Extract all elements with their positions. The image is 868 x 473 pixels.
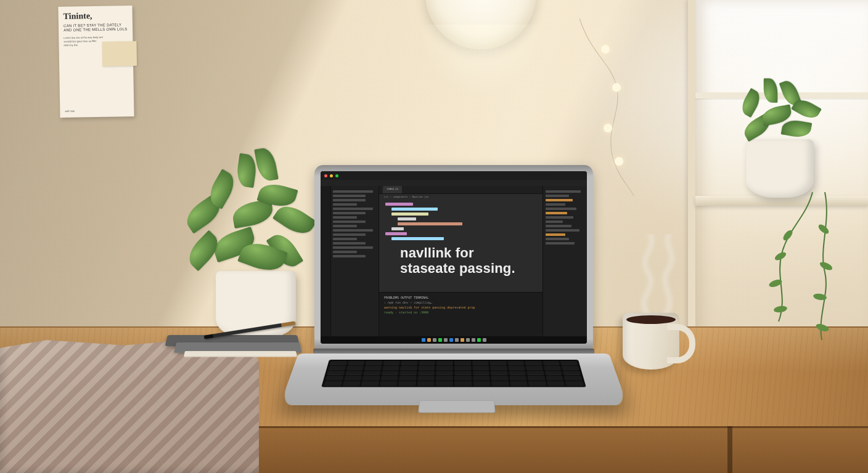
overlay-line-1: navllink for xyxy=(400,245,474,261)
desk-seam xyxy=(727,426,732,473)
taskbar-app-icon[interactable] xyxy=(466,338,470,342)
close-icon[interactable] xyxy=(324,174,327,177)
svg-point-0 xyxy=(601,45,610,54)
taskbar-app-icon[interactable] xyxy=(455,338,459,342)
taskbar-app-icon[interactable] xyxy=(483,338,486,342)
svg-point-2 xyxy=(604,124,612,132)
code-area[interactable] xyxy=(385,201,539,242)
file-explorer[interactable] xyxy=(331,186,379,336)
svg-point-3 xyxy=(615,157,623,166)
terminal-line: › npm run dev — compiling… xyxy=(384,300,538,305)
laptop-keyboard[interactable] xyxy=(321,360,586,387)
taskbar-app-icon[interactable] xyxy=(472,338,475,342)
notebook-page-edges xyxy=(184,351,297,357)
coffee-steam xyxy=(629,234,690,320)
taskbar-app-icon[interactable] xyxy=(477,338,481,342)
terminal-line: ready - started on :3000 xyxy=(384,310,538,315)
breadcrumb[interactable]: src › components › NavLink.jsx xyxy=(379,194,542,200)
taskbar-app-icon[interactable] xyxy=(461,338,464,342)
taskbar-app-icon[interactable] xyxy=(438,338,442,342)
taskbar-app-icon[interactable] xyxy=(433,338,436,342)
wall-note-subtitle: CAN IT BE? STAY THE DATELY AND ONE THE M… xyxy=(63,23,128,33)
ide-body: index.js src › components › NavLink.jsx xyxy=(321,186,587,336)
wall-note: Tininte, CAN IT BE? STAY THE DATELY AND … xyxy=(58,6,134,118)
workspace-scene: Tininte, CAN IT BE? STAY THE DATELY AND … xyxy=(0,0,868,473)
laptop-lid: index.js src › components › NavLink.jsx xyxy=(314,165,593,350)
taskbar-app-icon[interactable] xyxy=(449,338,453,342)
terminal-tabs[interactable]: PROBLEMS OUTPUT TERMINAL xyxy=(384,295,538,300)
window-frame-bar xyxy=(695,92,868,99)
taskbar-app-icon[interactable] xyxy=(427,338,431,342)
overlay-line-2: staseate passing. xyxy=(400,261,515,276)
windowsill-plant-pot xyxy=(746,139,814,198)
wall-note-swatch xyxy=(102,41,137,67)
editor-pane[interactable]: index.js src › components › NavLink.jsx xyxy=(379,186,542,336)
editor-tab[interactable]: index.js xyxy=(383,186,402,193)
svg-point-1 xyxy=(612,83,621,92)
outline-panel[interactable] xyxy=(542,186,587,336)
editor-tabbar[interactable]: index.js xyxy=(379,186,542,194)
laptop: index.js src › components › NavLink.jsx xyxy=(308,165,599,424)
ceiling-lamp xyxy=(425,0,536,49)
laptop-trackpad[interactable] xyxy=(418,400,496,413)
minimize-icon[interactable] xyxy=(330,174,333,177)
taskbar-app-icon[interactable] xyxy=(444,338,448,342)
terminal-panel[interactable]: PROBLEMS OUTPUT TERMINAL › npm run dev —… xyxy=(379,292,542,336)
throw-blanket xyxy=(0,340,259,473)
window-titlebar xyxy=(321,171,587,180)
activity-bar[interactable] xyxy=(321,186,331,336)
coffee-mug xyxy=(623,313,679,370)
os-taskbar[interactable] xyxy=(321,336,587,344)
editor-overlay-message: navllink for staseate passing. xyxy=(400,245,530,277)
laptop-screen: index.js src › components › NavLink.jsx xyxy=(321,171,587,344)
maximize-icon[interactable] xyxy=(335,174,338,177)
terminal-line: warning navlink for state passing deprec… xyxy=(384,305,538,310)
taskbar-app-icon[interactable] xyxy=(422,338,425,342)
wall-note-title: Tininte, xyxy=(63,10,128,22)
wall-note-footer: wall note xyxy=(65,110,75,113)
